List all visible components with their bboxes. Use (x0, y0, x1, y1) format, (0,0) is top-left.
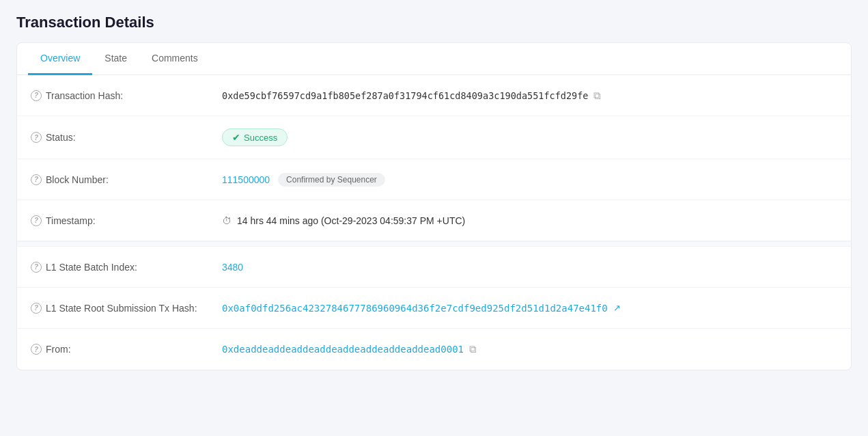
tab-comments[interactable]: Comments (139, 43, 210, 75)
section-separator (17, 241, 851, 247)
label-from: ? From: (31, 344, 222, 355)
value-transaction-hash: 0xde59cbf76597cd9a1fb805ef287a0f31794cf6… (222, 90, 837, 102)
tab-bar: Overview State Comments (17, 43, 851, 75)
help-icon-tx-hash[interactable]: ? (31, 90, 42, 101)
row-transaction-hash: ? Transaction Hash: 0xde59cbf76597cd9a1f… (17, 75, 851, 116)
label-l1-state-root-tx: ? L1 State Root Submission Tx Hash: (31, 303, 222, 314)
l1-batch-index-link[interactable]: 3480 (222, 262, 243, 273)
row-l1-batch-index: ? L1 State Batch Index: 3480 (17, 247, 851, 288)
tx-hash-text: 0xde59cbf76597cd9a1fb805ef287a0f31794cf6… (222, 90, 588, 101)
status-badge-text: Success (244, 133, 277, 143)
block-number-link[interactable]: 111500000 (222, 174, 270, 185)
value-timestamp: ⏱ 14 hrs 44 mins ago (Oct-29-2023 04:59:… (222, 215, 837, 226)
from-address-link[interactable]: 0xdeaddeaddeaddeaddeaddeaddeaddeaddead00… (222, 344, 464, 355)
value-from: 0xdeaddeaddeaddeaddeaddeaddeaddeaddead00… (222, 343, 837, 355)
help-icon-from[interactable]: ? (31, 344, 42, 355)
copy-from-icon[interactable]: ⧉ (469, 343, 477, 355)
check-icon: ✔ (232, 132, 240, 143)
help-icon-block-number[interactable]: ? (31, 174, 42, 185)
status-badge: ✔ Success (222, 128, 288, 146)
value-l1-batch-index: 3480 (222, 262, 837, 273)
row-status: ? Status: ✔ Success (17, 116, 851, 159)
copy-tx-hash-icon[interactable]: ⧉ (593, 90, 601, 102)
l1-state-root-tx-link[interactable]: 0x0af0dfd256ac4232784677786960964d36f2e7… (222, 303, 608, 314)
row-timestamp: ? Timestamp: ⏱ 14 hrs 44 mins ago (Oct-2… (17, 200, 851, 241)
value-block-number: 111500000 Confirmed by Sequencer (222, 173, 837, 187)
label-status: ? Status: (31, 132, 222, 143)
label-timestamp: ? Timestamp: (31, 215, 222, 226)
help-icon-timestamp[interactable]: ? (31, 215, 42, 226)
label-transaction-hash: ? Transaction Hash: (31, 90, 222, 101)
clock-icon: ⏱ (222, 215, 232, 226)
label-l1-batch-index: ? L1 State Batch Index: (31, 262, 222, 273)
row-block-number: ? Block Number: 111500000 Confirmed by S… (17, 159, 851, 200)
tab-state[interactable]: State (92, 43, 139, 75)
timestamp-text: 14 hrs 44 mins ago (Oct-29-2023 04:59:37… (237, 215, 465, 226)
row-from: ? From: 0xdeaddeaddeaddeaddeaddeaddeadde… (17, 329, 851, 370)
value-status: ✔ Success (222, 128, 837, 146)
external-link-icon[interactable]: ↗ (613, 303, 621, 313)
help-icon-status[interactable]: ? (31, 132, 42, 143)
sequencer-badge: Confirmed by Sequencer (278, 173, 385, 187)
transaction-card: Overview State Comments ? Transaction Ha… (16, 42, 852, 370)
tab-overview[interactable]: Overview (28, 43, 92, 75)
row-l1-state-root-tx: ? L1 State Root Submission Tx Hash: 0x0a… (17, 288, 851, 329)
value-l1-state-root-tx: 0x0af0dfd256ac4232784677786960964d36f2e7… (222, 303, 837, 314)
label-block-number: ? Block Number: (31, 174, 222, 185)
help-icon-l1-state-root[interactable]: ? (31, 303, 42, 314)
help-icon-l1-batch[interactable]: ? (31, 262, 42, 273)
page-title: Transaction Details (16, 14, 852, 31)
